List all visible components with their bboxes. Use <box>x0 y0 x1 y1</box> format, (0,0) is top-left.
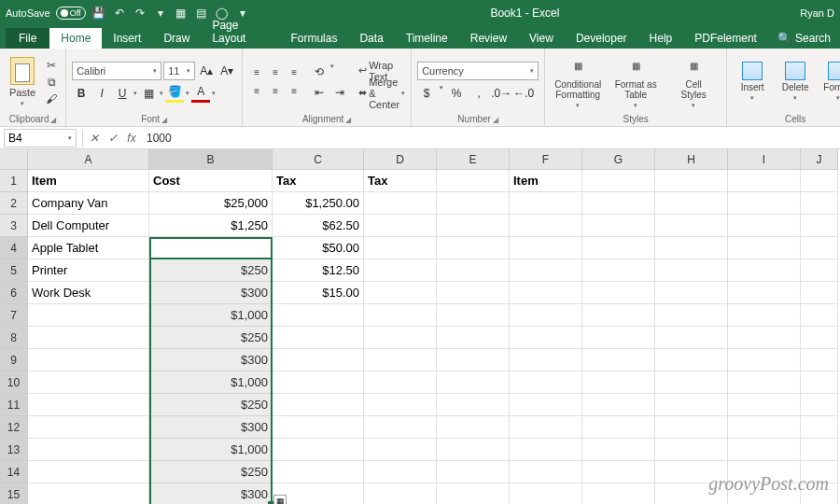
user-name[interactable]: Ryan D <box>800 7 834 19</box>
cell[interactable]: $1,000 <box>149 237 273 259</box>
cell[interactable] <box>364 237 437 259</box>
cell[interactable] <box>582 237 655 259</box>
format-painter-icon[interactable]: 🖌 <box>43 91 60 106</box>
align-right-icon[interactable]: ≡ <box>286 83 302 100</box>
cell[interactable] <box>801 170 838 192</box>
cell[interactable] <box>728 237 801 259</box>
cell[interactable]: $62.50 <box>273 215 364 237</box>
decrease-decimal-icon[interactable]: ←.0 <box>514 84 533 103</box>
cell[interactable]: Tax <box>364 170 437 192</box>
cell[interactable] <box>273 416 364 439</box>
cell[interactable] <box>655 237 728 259</box>
shrink-font-icon[interactable]: A▾ <box>217 62 236 80</box>
cell[interactable] <box>364 259 437 282</box>
qat-more-icon[interactable]: ▾ <box>235 6 250 21</box>
cell[interactable] <box>364 304 437 327</box>
cell[interactable] <box>655 371 728 394</box>
cell[interactable] <box>364 215 437 237</box>
cell[interactable] <box>28 394 149 416</box>
row-header[interactable]: 9 <box>0 349 28 371</box>
autosave-toggle[interactable]: Off <box>56 7 86 20</box>
align-center-icon[interactable]: ≡ <box>267 83 284 100</box>
column-header[interactable]: J <box>801 149 838 170</box>
row-header[interactable]: 13 <box>0 439 28 461</box>
cell[interactable] <box>728 461 801 483</box>
cell[interactable] <box>728 483 801 504</box>
cell[interactable]: $12.50 <box>273 259 364 282</box>
row-header[interactable]: 4 <box>0 237 28 259</box>
tab-view[interactable]: View <box>518 28 565 49</box>
cell[interactable] <box>28 461 149 483</box>
cell[interactable]: Company Van <box>28 192 149 215</box>
cell[interactable]: $50.00 <box>273 237 364 259</box>
cell[interactable] <box>728 215 801 237</box>
cell[interactable]: Apple Tablet <box>28 237 149 259</box>
cell[interactable] <box>801 461 838 483</box>
font-name-select[interactable]: Calibri▾ <box>72 62 161 80</box>
dialog-launcher-icon[interactable]: ◢ <box>50 116 56 124</box>
indent-decrease-icon[interactable]: ⇤ <box>310 83 329 102</box>
cell-styles-button[interactable]: ▦Cell Styles▾ <box>666 53 721 111</box>
cell[interactable] <box>28 439 149 461</box>
cell[interactable] <box>510 349 582 371</box>
cell[interactable] <box>28 304 149 327</box>
cell[interactable] <box>801 416 838 439</box>
cell[interactable] <box>364 394 437 416</box>
cell[interactable] <box>437 192 510 215</box>
cell[interactable] <box>801 215 838 237</box>
increase-decimal-icon[interactable]: .0→ <box>492 84 511 103</box>
cell[interactable] <box>801 259 838 282</box>
column-header[interactable]: A <box>28 149 149 170</box>
cell[interactable] <box>437 215 510 237</box>
border-icon[interactable]: ▦ <box>139 84 158 103</box>
cell[interactable]: $250 <box>149 394 273 416</box>
cell[interactable] <box>582 371 655 394</box>
cell[interactable] <box>728 394 801 416</box>
grow-font-icon[interactable]: A▴ <box>197 62 216 80</box>
cell[interactable] <box>437 259 510 282</box>
cell[interactable] <box>728 439 801 461</box>
font-color-icon[interactable]: A <box>191 84 210 103</box>
column-header[interactable]: H <box>655 149 728 170</box>
font-size-select[interactable]: 11▾ <box>163 62 195 80</box>
qat-icon[interactable]: ▾ <box>153 6 168 21</box>
column-header[interactable]: B <box>149 149 273 170</box>
orientation-icon[interactable]: ⟲ <box>310 63 329 81</box>
cell[interactable] <box>728 259 801 282</box>
cell[interactable] <box>582 394 655 416</box>
cell[interactable] <box>728 349 801 371</box>
cell[interactable] <box>437 304 510 327</box>
cell[interactable] <box>728 304 801 327</box>
underline-button[interactable]: U <box>113 84 132 103</box>
row-header[interactable]: 7 <box>0 304 28 327</box>
cell[interactable] <box>437 461 510 483</box>
bold-button[interactable]: B <box>72 84 91 103</box>
cell[interactable] <box>801 192 838 215</box>
cell[interactable] <box>582 282 655 304</box>
cell[interactable] <box>437 483 510 504</box>
enter-icon[interactable]: ✓ <box>104 132 122 145</box>
merge-center-button[interactable]: ⬌Merge & Center▾ <box>358 84 405 103</box>
delete-cells-button[interactable]: Delete▾ <box>776 62 815 102</box>
cell[interactable] <box>582 170 655 192</box>
qat-icon[interactable]: ◯ <box>215 6 230 21</box>
cell[interactable] <box>510 327 582 349</box>
cell[interactable]: Cost <box>149 170 273 192</box>
cell[interactable] <box>582 304 655 327</box>
number-format-select[interactable]: Currency▾ <box>417 62 539 80</box>
cell[interactable]: $1,250 <box>149 215 273 237</box>
format-as-table-button[interactable]: ▦Format as Table▾ <box>609 53 663 111</box>
cell[interactable] <box>728 416 801 439</box>
qat-icon[interactable]: ▤ <box>194 6 209 21</box>
cell[interactable] <box>801 439 838 461</box>
cell[interactable] <box>728 170 801 192</box>
undo-icon[interactable]: ↶ <box>112 6 127 21</box>
cell[interactable] <box>510 371 582 394</box>
cell[interactable]: $300 <box>149 483 273 504</box>
cell[interactable] <box>28 416 149 439</box>
row-header[interactable]: 1 <box>0 170 28 192</box>
cell[interactable] <box>801 483 838 504</box>
dialog-launcher-icon[interactable]: ◢ <box>493 116 498 124</box>
cell[interactable]: $250 <box>149 259 273 282</box>
cell[interactable] <box>655 192 728 215</box>
